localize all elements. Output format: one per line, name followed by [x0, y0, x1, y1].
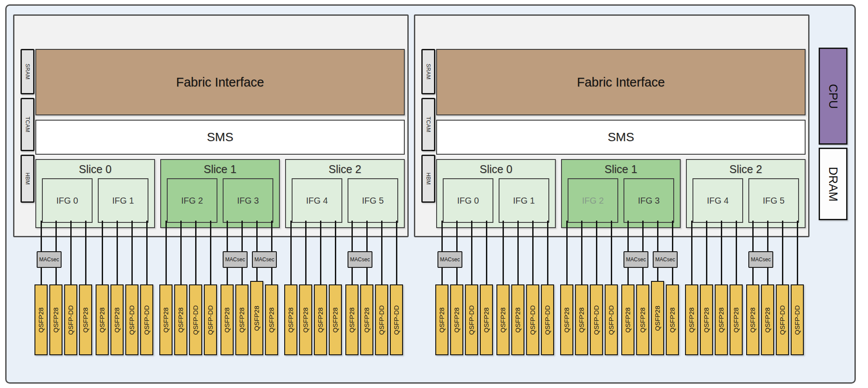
- port-line: [290, 221, 292, 284]
- ifg-row: IFG 2IFG 3: [161, 178, 279, 223]
- qsfp-port: QSFP28: [299, 284, 312, 355]
- line-cell: [605, 221, 618, 284]
- line-cell: [575, 221, 588, 284]
- ifg-label: IFG 1: [112, 196, 134, 206]
- port-line: [305, 221, 307, 284]
- ifg-block: IFG 1: [499, 178, 549, 223]
- macsec-block: MACsec: [653, 251, 678, 268]
- port-line: [486, 221, 487, 284]
- qsfp-port: QSFP-DD: [140, 284, 153, 355]
- qsfp-port-label: QSFP-DD: [608, 305, 615, 335]
- line-cell: [64, 221, 77, 284]
- hbm-label: HBM: [24, 173, 31, 185]
- ports-row: QSFP28QSFP28QSFP-DDQSFP28: [34, 284, 92, 359]
- port-group: QSFP28QSFP28QSFP-DDQSFP-DD: [159, 221, 217, 355]
- line-cell: [110, 221, 124, 284]
- qsfp-port-label: QSFP28: [317, 307, 324, 333]
- port-line: [471, 221, 472, 284]
- ifg-block: IFG 4: [292, 178, 342, 223]
- macsec-block: MACsec: [348, 251, 372, 268]
- qsfp-port-label: QSFP-DD: [378, 305, 386, 335]
- port-line: [335, 221, 336, 284]
- line-cell: [140, 221, 153, 284]
- asic-package: SRAMTCAMHBMFabric InterfaceSMSSlice 0IFG…: [13, 14, 409, 237]
- qsfp-port-label: QSFP28: [224, 307, 231, 333]
- ifg-row: IFG 4IFG 5: [286, 178, 404, 223]
- qsfp-port: QSFP28: [636, 284, 649, 355]
- ifg-label: IFG 4: [306, 196, 328, 206]
- qsfp-port: QSFP-DD: [64, 284, 77, 355]
- qsfp-port-label: QSFP-DD: [779, 305, 786, 335]
- line-cell: [791, 221, 804, 284]
- qsfp-port: QSFP28: [480, 284, 493, 355]
- port-line: [131, 221, 133, 284]
- qsfp-port-label: QSFP-DD: [593, 305, 600, 335]
- qsfp-port: QSFP28: [265, 284, 278, 355]
- sram-block: SRAM: [21, 49, 34, 94]
- port-line: [503, 221, 504, 284]
- macsec-block: MACsec: [223, 251, 248, 268]
- macsec-block: MACsec: [623, 251, 648, 268]
- qsfp-port: QSFP28: [159, 284, 172, 355]
- tcam-block: TCAM: [421, 98, 435, 151]
- slice-block: Slice 1IFG 2IFG 3: [160, 159, 280, 228]
- sram-label: SRAM: [425, 64, 431, 80]
- ifg-block: IFG 3: [223, 178, 273, 223]
- qsfp-port-label: QSFP28: [749, 307, 757, 333]
- qsfp-port: QSFP28: [700, 284, 713, 355]
- line-cell: [96, 221, 109, 284]
- qsfp-port-label: QSFP28: [639, 307, 647, 333]
- port-line: [210, 221, 211, 284]
- qsfp-port-label: QSFP-DD: [192, 305, 200, 335]
- qsfp-port: QSFP28: [666, 284, 679, 355]
- port-group: QSFP28QSFP28QSFP28QSFP28: [685, 221, 743, 355]
- port-line: [581, 221, 582, 284]
- line-cell: [685, 221, 698, 284]
- asic-architecture-diagram: SRAMTCAMHBMFabric InterfaceSMSSlice 0IFG…: [0, 0, 868, 388]
- ifg-label: IFG 0: [56, 196, 78, 206]
- qsfp-port: QSFP28: [250, 281, 263, 355]
- port-line: [195, 221, 196, 284]
- ifg-label: IFG 3: [638, 196, 660, 206]
- qsfp-port-label: QSFP28: [718, 307, 725, 333]
- slice-label: Slice 0: [36, 160, 154, 178]
- macsec-block: MACsec: [37, 251, 62, 268]
- slice-label: Slice 2: [687, 160, 805, 178]
- qsfp-port-label: QSFP28: [253, 305, 261, 331]
- port-group: MACsecMACsecQSFP28QSFP28QSFP28QSFP28: [621, 221, 679, 355]
- qsfp-port-label: QSFP28: [332, 307, 339, 333]
- slice-block: Slice 0IFG 0IFG 1: [436, 159, 556, 228]
- qsfp-port: QSFP28: [110, 284, 124, 355]
- slice-block: Slice 2IFG 4IFG 5: [285, 159, 405, 228]
- qsfp-port-label: QSFP28: [177, 307, 185, 333]
- ifg-block: IFG 0: [42, 178, 93, 223]
- port-cluster: QSFP28QSFP28QSFP28QSFP28MACsecQSFP28QSFP…: [685, 221, 804, 355]
- qsfp-port: QSFP28: [496, 284, 510, 355]
- dram-block: DRAM: [819, 148, 847, 220]
- qsfp-port: QSFP28: [450, 284, 463, 355]
- line-cell: [496, 221, 510, 284]
- ifg-label: IFG 2: [582, 196, 604, 206]
- qsfp-port-label: QSFP28: [703, 307, 710, 333]
- qsfp-port-label: QSFP28: [438, 307, 446, 333]
- dram-label: DRAM: [827, 166, 840, 201]
- macsec-block: MACsec: [252, 251, 277, 268]
- port-cluster: MACsecQSFP28QSFP28QSFP-DDQSFP28QSFP28QSF…: [435, 221, 555, 355]
- qsfp-port: QSFP28: [746, 284, 759, 355]
- port-group: QSFP28QSFP28QSFP28QSFP28: [284, 221, 342, 355]
- slice-block: Slice 1IFG 2IFG 3: [561, 159, 681, 228]
- fabric-interface-block: Fabric Interface: [436, 49, 806, 115]
- port-line: [85, 221, 86, 284]
- qsfp-port: QSFP28: [329, 284, 342, 355]
- qsfp-port-label: QSFP-DD: [529, 305, 537, 335]
- sms-block: SMS: [35, 120, 405, 155]
- line-cell: [375, 221, 388, 284]
- qsfp-port: QSFP28: [560, 284, 573, 355]
- ifg-block: IFG 5: [348, 178, 398, 223]
- port-line: [532, 221, 534, 284]
- line-cell: [541, 221, 554, 284]
- qsfp-port-label: QSFP-DD: [794, 305, 801, 335]
- line-cell: [526, 221, 539, 284]
- ifg-row: IFG 0IFG 1: [437, 178, 555, 223]
- qsfp-port-label: QSFP28: [302, 307, 310, 333]
